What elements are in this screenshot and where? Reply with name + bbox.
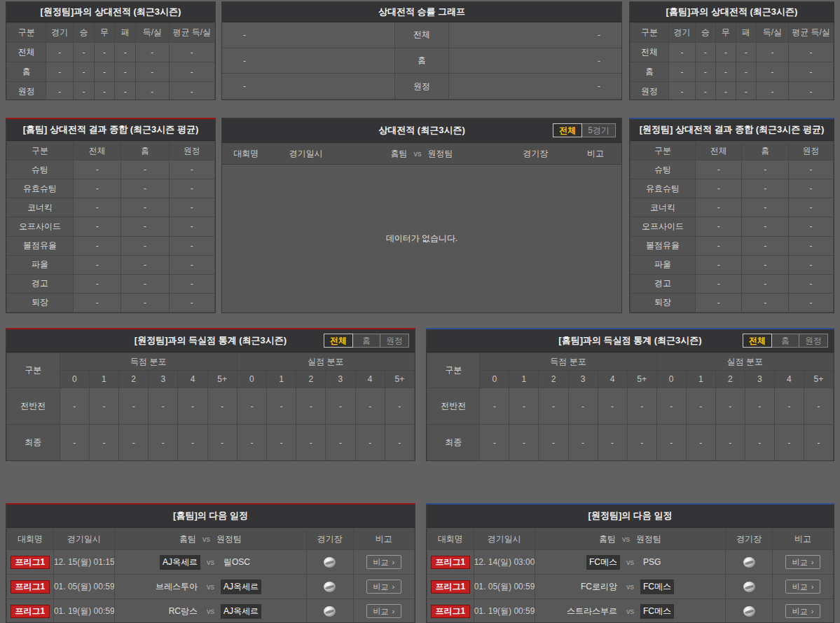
- panel-title: [원정팀]과의 상대전적 (최근3시즌): [41, 6, 181, 18]
- column-header-row: 구분전체홈원정: [7, 142, 215, 160]
- column-header: 비고: [772, 528, 833, 550]
- table-row: 최종 - - - - - - - - - - - -: [427, 425, 834, 461]
- stat-value: -: [169, 43, 214, 62]
- column-header-row: 대회명 경기일시 홈팀vs원정팀 경기장 비고: [427, 528, 834, 550]
- column-header: 경기: [669, 23, 696, 43]
- column-header: 0: [480, 371, 509, 388]
- panel-title: [홈팀]의 다음 일정: [173, 509, 248, 522]
- tab-all[interactable]: 전체: [743, 334, 772, 348]
- stat-value: -: [789, 160, 834, 179]
- stadium-icon[interactable]: [324, 557, 336, 568]
- away-team: FC메스: [640, 604, 674, 619]
- stadium-icon[interactable]: [324, 606, 336, 617]
- group-header-conceded: 실점 분포: [237, 353, 414, 371]
- column-header-row: 구분전체홈원정: [631, 142, 834, 160]
- column-header-row: 대회명 경기일시 홈팀vs원정팀 경기장 비고: [7, 528, 415, 550]
- tab-all[interactable]: 전체: [553, 123, 582, 137]
- tab-away[interactable]: 원정: [799, 334, 828, 348]
- column-header-row: 012345+ 012345+: [7, 371, 415, 388]
- column-header: 대회명: [427, 528, 474, 550]
- compare-button[interactable]: 비교›: [785, 604, 821, 618]
- column-header: 전체: [695, 142, 742, 160]
- row-label: 코너킥: [7, 198, 74, 217]
- stat-value: -: [74, 274, 121, 293]
- stat-value: -: [94, 62, 115, 82]
- table-row: 오프사이드 - - -: [631, 217, 834, 236]
- column-header: 득/실: [136, 23, 170, 43]
- stat-value: -: [121, 198, 169, 217]
- stat-value: -: [136, 62, 170, 82]
- table-row: 전반전 - - - - - - - - - - - -: [7, 388, 415, 425]
- table-row: 전반전 - - - - - - - - - - - -: [427, 388, 834, 425]
- stadium-icon[interactable]: [324, 582, 336, 592]
- column-header: 2: [119, 371, 149, 388]
- table-row: 원정 - - - - - -: [631, 82, 834, 101]
- stat-value: -: [789, 198, 834, 217]
- stadium-icon[interactable]: [743, 557, 755, 568]
- graph-row-label: 홈: [394, 48, 449, 74]
- stat-value: -: [656, 425, 686, 461]
- compare-button[interactable]: 비교›: [366, 580, 402, 594]
- stat-value: -: [169, 160, 214, 179]
- group-header-conceded: 실점 분포: [656, 353, 833, 371]
- league-badge: 프리그1: [431, 580, 471, 594]
- column-header: 3: [149, 371, 178, 388]
- row-label: 오프사이드: [631, 217, 696, 236]
- column-header: 홈: [121, 142, 169, 160]
- stadium-icon[interactable]: [743, 582, 755, 592]
- compare-button[interactable]: 비교›: [366, 604, 402, 618]
- tab-5games[interactable]: 5경기: [581, 123, 616, 137]
- stat-value: -: [296, 425, 326, 461]
- stat-value: -: [715, 43, 736, 62]
- compare-button[interactable]: 비교›: [366, 555, 402, 569]
- row-label: 슈팅: [631, 160, 696, 179]
- compare-button[interactable]: 비교›: [785, 555, 821, 569]
- column-header: 1: [266, 371, 296, 388]
- compare-button[interactable]: 비교›: [785, 580, 821, 594]
- column-header-row: 구분경기승무패득/실평균 득/실: [631, 23, 834, 43]
- row-label: 유효슈팅: [7, 179, 74, 198]
- table-row: 전체 - - - - - -: [631, 43, 834, 62]
- stat-value: -: [169, 198, 214, 217]
- table-row: 코너킥 - - -: [7, 198, 215, 217]
- stat-value: -: [115, 62, 136, 82]
- stat-value: -: [74, 255, 121, 274]
- row-label: 퇴장: [7, 293, 74, 312]
- stat-value: -: [74, 62, 95, 82]
- home-team: 브레스투아: [153, 580, 200, 594]
- stat-value: -: [149, 425, 178, 461]
- column-header: 1: [89, 371, 118, 388]
- stat-value: -: [169, 274, 214, 293]
- stat-value: -: [736, 82, 756, 101]
- stat-value: -: [119, 388, 149, 425]
- tab-home[interactable]: 홈: [352, 334, 380, 348]
- schedule-row: 프리그1 01. 05(월) 00:59 브레스투아 vs AJ옥세르 비교›: [7, 575, 415, 599]
- chevron-right-icon: ›: [811, 558, 814, 566]
- graph-right-value: -: [449, 48, 621, 74]
- row-label: 원정: [7, 82, 46, 101]
- panel-title: [홈팀]과의 득실점 통계 (최근3시즌): [558, 334, 701, 347]
- row-label: 경고: [7, 274, 74, 293]
- stat-value: -: [695, 160, 742, 179]
- column-header: 승: [695, 23, 715, 43]
- stat-value: -: [789, 62, 834, 82]
- tab-home[interactable]: 홈: [771, 334, 799, 348]
- tab-all[interactable]: 전체: [324, 334, 353, 348]
- stat-value: -: [789, 82, 834, 101]
- stadium-icon[interactable]: [743, 606, 755, 617]
- stat-value: -: [74, 179, 121, 198]
- column-header: 구분: [7, 142, 74, 160]
- tab-group: 전체 5경기: [553, 123, 616, 137]
- away-team: FC메스: [640, 580, 674, 594]
- chevron-right-icon: ›: [392, 558, 395, 566]
- stat-value: -: [121, 236, 169, 255]
- league-badge: 프리그1: [11, 605, 50, 618]
- column-header: 3: [745, 371, 774, 388]
- panel-title: [원정팀] 상대전적 결과 종합 (최근3시즌 평균): [640, 123, 825, 136]
- tab-away[interactable]: 원정: [380, 334, 409, 348]
- stat-value: -: [789, 217, 834, 236]
- stat-value: -: [742, 217, 789, 236]
- column-header: 원정: [169, 142, 214, 160]
- stat-value: -: [774, 388, 804, 425]
- graph-row-label: 전체: [394, 22, 449, 48]
